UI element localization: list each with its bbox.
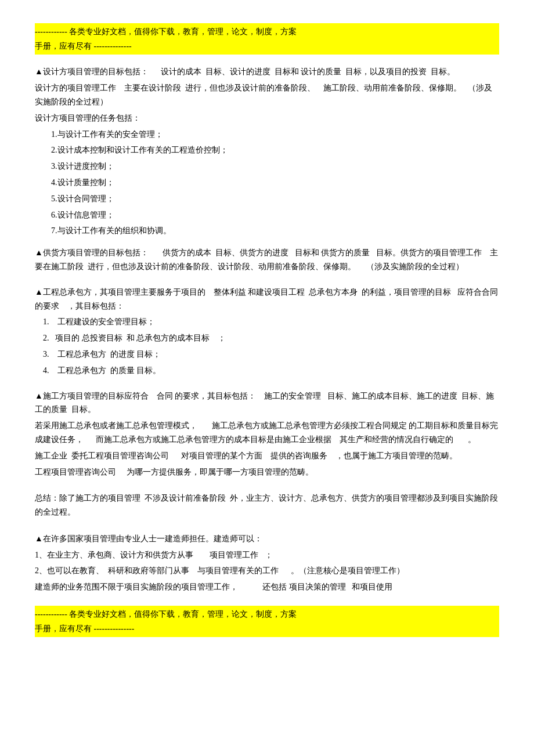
header-line1: ------------ 各类专业好文档，值得你下载，教育，管理，论文，制度，方… bbox=[35, 27, 297, 36]
footer-line2: 手册，应有尽有 --------------- bbox=[35, 624, 134, 633]
construction-goal-text: ▲施工方项目管理的目标应符合 合同 的要求，其目标包括： 施工的安全管理 目标、… bbox=[35, 389, 499, 417]
construction-mode-text: 若采用施工总承包或者施工总承包管理模式， 施工总承包方或施工总承包管理方必须按工… bbox=[35, 419, 499, 447]
section-construction-management: ▲施工方项目管理的目标应符合 合同 的要求，其目标包括： 施工的安全管理 目标、… bbox=[35, 389, 499, 479]
design-task-intro: 设计方项目管理的任务包括： bbox=[35, 111, 499, 125]
master-intro-text: ▲在许多国家项目管理由专业人士一建造师担任。建造师可以： bbox=[35, 532, 499, 546]
construction-consult-text: 施工企业 委托工程项目管理咨询公司 对项目管理的某个方面 提供的咨询服务 ，也属… bbox=[35, 449, 499, 463]
triangle-1: ▲ bbox=[35, 67, 43, 76]
section-design-management: ▲设计方项目管理的目标包括： 设计的成本 目标、设计的进度 目标和 设计的质量 … bbox=[35, 65, 499, 238]
triangle-5: ▲ bbox=[35, 534, 43, 543]
header-banner: ------------ 各类专业好文档，值得你下载，教育，管理，论文，制度，方… bbox=[35, 23, 499, 55]
construction-service-text: 工程项目管理咨询公司 为哪一方提供服务，即属于哪一方项目管理的范畴。 bbox=[35, 465, 499, 479]
gc-item-2: 2. 项目的 总投资目标 和 总承包方的成本目标 ； bbox=[43, 331, 499, 345]
gc-item-1: 1. 工程建设的安全管理目标； bbox=[43, 315, 499, 329]
task-7: 7.与设计工作有关的组织和协调。 bbox=[51, 224, 499, 238]
design-goal-text: ▲设计方项目管理的目标包括： 设计的成本 目标、设计的进度 目标和 设计的质量 … bbox=[35, 65, 499, 79]
task-3: 3.设计进度控制； bbox=[51, 160, 499, 173]
section-construction-master: ▲在许多国家项目管理由专业人士一建造师担任。建造师可以： 1、在业主方、承包商、… bbox=[35, 532, 499, 594]
header-line2: 手册，应有尽有 -------------- bbox=[35, 42, 132, 50]
gc-item-3: 3. 工程总承包方 的进度 目标； bbox=[43, 348, 499, 361]
section-general-contractor: ▲工程总承包方，其项目管理主要服务于项目的 整体利益 和建设项目工程 总承包方本… bbox=[35, 285, 499, 378]
master-scope-text: 建造师的业务范围不限于项目实施阶段的项目管理工作， 还包括 项目决策的管理 和项… bbox=[35, 580, 499, 594]
general-contractor-list: 1. 工程建设的安全管理目标； 2. 项目的 总投资目标 和 总承包方的成本目标… bbox=[43, 315, 499, 377]
general-contractor-text: ▲工程总承包方，其项目管理主要服务于项目的 整体利益 和建设项目工程 总承包方本… bbox=[35, 285, 499, 313]
task-5: 5.设计合同管理； bbox=[51, 192, 499, 206]
supply-goal-text: ▲供货方项目管理的目标包括： 供货方的成本 目标、供货方的进度 目标和 供货方的… bbox=[35, 246, 499, 274]
task-2: 2.设计成本控制和设计工作有关的工程造价控制； bbox=[51, 143, 499, 157]
task-6: 6.设计信息管理； bbox=[51, 208, 499, 222]
master-item-1: 1、在业主方、承包商、设计方和供货方从事 项目管理工作 ； bbox=[35, 548, 499, 562]
design-work-text: 设计方的项目管理工作 主要在设计阶段 进行，但也涉及设计前的准备阶段、 施工阶段… bbox=[35, 81, 499, 109]
section-supply-management: ▲供货方项目管理的目标包括： 供货方的成本 目标、供货方的进度 目标和 供货方的… bbox=[35, 246, 499, 274]
footer-banner: ------------ 各类专业好文档，值得你下载，教育，管理，论文，制度，方… bbox=[35, 606, 499, 637]
section-summary: 总结：除了施工方的项目管理 不涉及设计前准备阶段 外，业主方、设计方、总承包方、… bbox=[35, 491, 499, 519]
master-item-2: 2、也可以在教育、 科研和政府等部门从事 与项目管理有关的工作 。（注意核心是项… bbox=[35, 564, 499, 578]
footer-line1: ------------ 各类专业好文档，值得你下载，教育，管理，论文，制度，方… bbox=[35, 610, 297, 618]
triangle-2: ▲ bbox=[35, 248, 43, 257]
design-task-list: 1.与设计工作有关的安全管理； 2.设计成本控制和设计工作有关的工程造价控制； … bbox=[51, 128, 499, 238]
triangle-3: ▲ bbox=[35, 288, 43, 296]
summary-text: 总结：除了施工方的项目管理 不涉及设计前准备阶段 外，业主方、设计方、总承包方、… bbox=[35, 491, 499, 519]
task-1: 1.与设计工作有关的安全管理； bbox=[51, 128, 499, 142]
task-4: 4.设计质量控制； bbox=[51, 176, 499, 190]
gc-item-4: 4. 工程总承包方 的质量 目标。 bbox=[43, 364, 499, 378]
triangle-4: ▲ bbox=[35, 392, 43, 400]
